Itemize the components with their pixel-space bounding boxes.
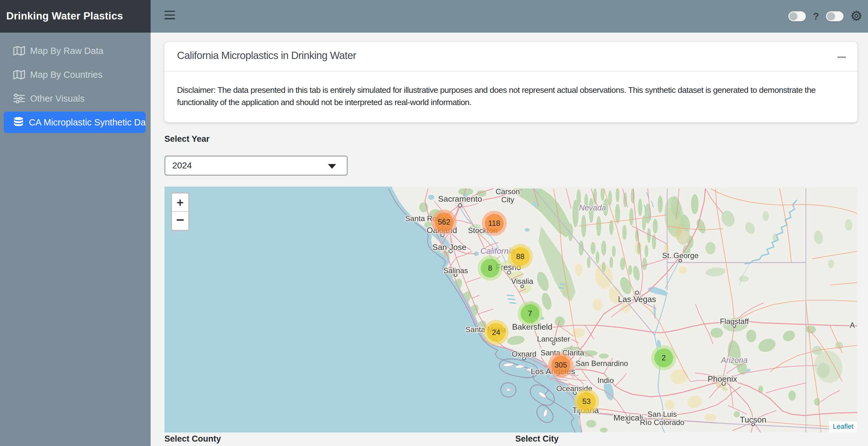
- svg-text:Indio: Indio: [597, 376, 614, 385]
- svg-text:San Jose: San Jose: [432, 243, 466, 252]
- svg-text:San Luis: San Luis: [647, 410, 677, 418]
- svg-text:Visalia: Visalia: [511, 277, 533, 285]
- svg-text:A: A: [850, 321, 855, 329]
- svg-text:Mexicali: Mexicali: [614, 413, 643, 422]
- svg-text:St. George: St. George: [662, 251, 699, 260]
- svg-text:Lancaster: Lancaster: [537, 334, 570, 343]
- svg-text:Flagstaff: Flagstaff: [720, 317, 749, 325]
- svg-text:Las Vegas: Las Vegas: [618, 294, 656, 304]
- svg-text:Salinas: Salinas: [443, 266, 468, 275]
- svg-text:San Bernardino: San Bernardino: [576, 359, 628, 368]
- svg-text:Tucson: Tucson: [740, 415, 766, 424]
- svg-text:City: City: [501, 195, 514, 204]
- svg-text:Phoenix: Phoenix: [708, 374, 737, 384]
- svg-text:Nevada: Nevada: [579, 203, 606, 212]
- svg-text:Sacramento: Sacramento: [438, 194, 482, 203]
- svg-text:Oxnard: Oxnard: [512, 350, 537, 358]
- svg-text:Río Colorado: Río Colorado: [640, 418, 684, 426]
- svg-text:Carson: Carson: [496, 189, 520, 196]
- svg-text:Arizona: Arizona: [720, 356, 748, 364]
